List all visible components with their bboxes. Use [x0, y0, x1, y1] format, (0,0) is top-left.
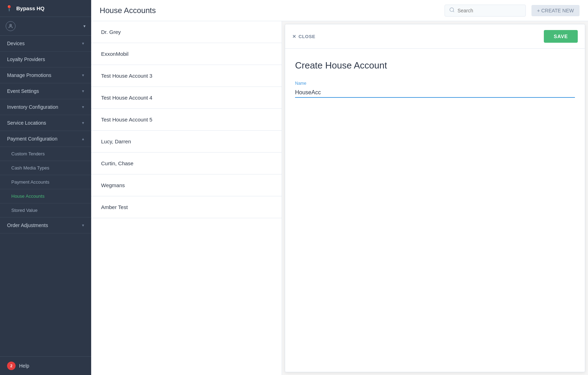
sidebar-item-devices[interactable]: Devices ▾ [0, 36, 91, 52]
user-chevron-icon: ▾ [83, 24, 86, 29]
create-new-button[interactable]: + CREATE NEW [531, 5, 580, 16]
sidebar-item-event-settings[interactable]: Event Settings ▾ [0, 83, 91, 99]
sidebar-item-payment-accounts[interactable]: Payment Accounts [0, 175, 91, 189]
help-link[interactable]: Help [19, 363, 29, 369]
chevron-down-icon: ▾ [82, 89, 84, 94]
name-field: Name [295, 81, 575, 98]
list-item[interactable]: Lucy, Darren [91, 131, 282, 153]
user-avatar-icon [6, 21, 16, 31]
svg-line-2 [453, 11, 454, 12]
list-item[interactable]: Test House Account 3 [91, 65, 282, 87]
page-title: House Accounts [100, 6, 156, 15]
list-item[interactable]: ExxonMobil [91, 43, 282, 65]
sidebar-item-inventory-configuration[interactable]: Inventory Configuration ▾ [0, 99, 91, 115]
chevron-down-icon: ▾ [82, 120, 84, 125]
accounts-list: Dr. Grey ExxonMobil Test House Account 3… [91, 21, 282, 375]
list-item[interactable]: Test House Account 4 [91, 87, 282, 109]
pin-icon: 📍 [6, 5, 13, 12]
save-button[interactable]: SAVE [544, 30, 578, 43]
name-input[interactable] [295, 88, 575, 98]
svg-point-0 [10, 24, 12, 26]
main-content: House Accounts + CREATE NEW Dr. Grey Exx… [91, 0, 588, 375]
svg-point-1 [450, 8, 454, 12]
user-menu[interactable]: ▾ [0, 17, 91, 36]
name-field-label: Name [295, 81, 575, 86]
sidebar-footer: 2 Help [0, 356, 91, 375]
sidebar-item-payment-configuration[interactable]: Payment Configuration ▴ [0, 131, 91, 147]
top-bar-right: + CREATE NEW [445, 5, 580, 17]
sidebar-item-stored-value[interactable]: Stored Value [0, 203, 91, 218]
search-box [445, 5, 526, 17]
chevron-down-icon: ▾ [82, 73, 84, 78]
sidebar-item-manage-promotions[interactable]: Manage Promotions ▾ [0, 67, 91, 83]
sidebar-item-cash-media-types[interactable]: Cash Media Types [0, 161, 91, 175]
list-item[interactable]: Amber Test [91, 196, 282, 218]
sidebar-item-loyalty-providers[interactable]: Loyalty Providers [0, 52, 91, 67]
form-body: Create House Account Name [285, 49, 585, 109]
chevron-up-icon: ▴ [82, 136, 84, 141]
help-badge: 2 [7, 362, 16, 370]
create-house-account-form: ✕ CLOSE SAVE Create House Account Name [285, 24, 585, 372]
form-title: Create House Account [295, 60, 575, 71]
sidebar-item-custom-tenders[interactable]: Custom Tenders [0, 147, 91, 161]
app-name: Bypass HQ [16, 5, 45, 11]
sidebar-item-order-adjustments[interactable]: Order Adjustments ▾ [0, 218, 91, 233]
sidebar-item-house-accounts[interactable]: House Accounts [0, 189, 91, 203]
top-bar: House Accounts + CREATE NEW [91, 0, 588, 21]
form-panel-header: ✕ CLOSE SAVE [285, 24, 585, 49]
chevron-down-icon: ▾ [82, 105, 84, 109]
list-item[interactable]: Dr. Grey [91, 21, 282, 43]
sidebar-item-service-locations[interactable]: Service Locations ▾ [0, 115, 91, 131]
content-area: Dr. Grey ExxonMobil Test House Account 3… [91, 21, 588, 375]
close-button[interactable]: ✕ CLOSE [292, 34, 316, 39]
search-icon [449, 7, 455, 14]
chevron-down-icon: ▾ [82, 223, 84, 228]
sidebar: 📍 Bypass HQ ▾ Devices ▾ Loyalty Provider… [0, 0, 91, 375]
close-x-icon: ✕ [292, 34, 296, 39]
list-item[interactable]: Test House Account 5 [91, 109, 282, 131]
sidebar-header: 📍 Bypass HQ [0, 0, 91, 17]
chevron-down-icon: ▾ [82, 41, 84, 46]
list-item[interactable]: Curtin, Chase [91, 153, 282, 174]
search-input[interactable] [458, 8, 521, 13]
list-item[interactable]: Wegmans [91, 174, 282, 196]
